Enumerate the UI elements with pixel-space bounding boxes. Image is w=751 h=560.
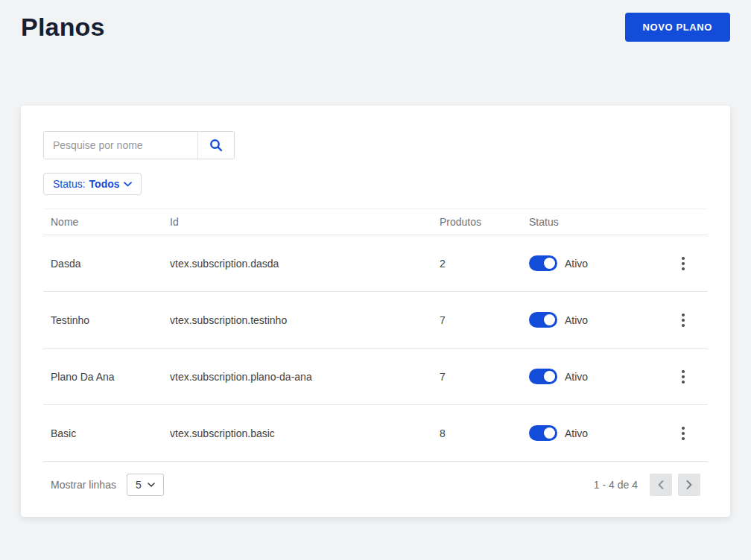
search-box (43, 131, 235, 159)
search-icon (209, 139, 223, 152)
search-input[interactable] (44, 132, 197, 159)
toggle-knob (544, 314, 555, 325)
plan-status-cell: Ativo (529, 255, 659, 271)
plan-id: vtex.subscription.testinho (170, 314, 440, 326)
rows-per-page-control: Mostrar linhas 5 (51, 474, 164, 496)
column-header-produtos: Produtos (440, 216, 529, 228)
status-filter-button[interactable]: Status: Todos (43, 173, 142, 195)
chevron-left-icon (658, 480, 664, 489)
chevron-down-icon (148, 483, 155, 487)
plans-table: Nome Id Produtos Status Dasda vtex.subsc… (43, 209, 708, 462)
status-toggle[interactable] (529, 312, 557, 328)
plan-name: Dasda (51, 258, 170, 270)
column-header-status: Status (529, 216, 659, 228)
row-menu-kebab-icon[interactable] (666, 252, 700, 275)
column-header-nome: Nome (51, 216, 170, 228)
table-row[interactable]: Testinho vtex.subscription.testinho 7 At… (43, 292, 708, 349)
chevron-right-icon (686, 480, 692, 489)
status-label: Ativo (565, 371, 588, 383)
plan-name: Basic (51, 427, 170, 439)
page: Planos NOVO PLANO Status: Todo (0, 0, 751, 517)
plan-status-cell: Ativo (529, 369, 659, 384)
rows-per-page-select[interactable]: 5 (127, 474, 164, 496)
plan-id: vtex.subscription.basic (170, 427, 440, 439)
chevron-down-icon (124, 182, 132, 187)
status-label: Ativo (565, 314, 588, 326)
row-menu-kebab-icon[interactable] (666, 422, 700, 445)
row-menu-kebab-icon[interactable] (666, 309, 700, 331)
plan-products-count: 7 (440, 314, 529, 326)
status-filter-value: Todos (89, 178, 120, 190)
toggle-knob (544, 427, 555, 439)
page-header: Planos NOVO PLANO (21, 0, 730, 39)
plan-products-count: 8 (440, 427, 529, 439)
plan-status-cell: Ativo (529, 312, 659, 328)
plans-card: Status: Todos Nome Id Produtos Status Da… (21, 106, 730, 517)
filter-row: Status: Todos (43, 173, 708, 195)
search-row (43, 131, 708, 159)
plan-status-cell: Ativo (529, 425, 659, 441)
plan-name: Plano Da Ana (51, 371, 170, 383)
plan-products-count: 2 (440, 258, 529, 270)
rows-per-page-label: Mostrar linhas (51, 479, 116, 491)
status-label: Ativo (565, 427, 588, 439)
status-label: Ativo (565, 258, 588, 270)
plan-id: vtex.subscription.plano-da-ana (170, 371, 440, 383)
plan-id: vtex.subscription.dasda (170, 258, 440, 270)
column-header-id: Id (170, 216, 440, 228)
toggle-knob (544, 371, 555, 382)
previous-page-button[interactable] (650, 474, 672, 496)
plan-products-count: 7 (440, 371, 529, 383)
table-row[interactable]: Plano Da Ana vtex.subscription.plano-da-… (43, 349, 708, 405)
toggle-knob (544, 258, 555, 269)
pagination: 1 - 4 de 4 (594, 474, 700, 496)
rows-per-page-value: 5 (136, 479, 142, 491)
novo-plano-button[interactable]: NOVO PLANO (625, 13, 730, 42)
status-toggle[interactable] (529, 369, 557, 384)
plan-name: Testinho (51, 314, 170, 326)
table-row[interactable]: Dasda vtex.subscription.dasda 2 Ativo (43, 235, 708, 292)
table-header: Nome Id Produtos Status (43, 209, 708, 235)
row-menu-kebab-icon[interactable] (666, 366, 700, 388)
status-filter-label: Status: (53, 178, 86, 190)
table-footer: Mostrar linhas 5 1 - 4 de 4 (43, 462, 708, 506)
status-toggle[interactable] (529, 425, 557, 441)
next-page-button[interactable] (678, 474, 700, 496)
status-toggle[interactable] (529, 255, 557, 271)
search-button[interactable] (197, 132, 234, 159)
page-title: Planos (21, 13, 105, 42)
table-row[interactable]: Basic vtex.subscription.basic 8 Ativo (43, 405, 708, 462)
pagination-range: 1 - 4 de 4 (594, 479, 638, 491)
